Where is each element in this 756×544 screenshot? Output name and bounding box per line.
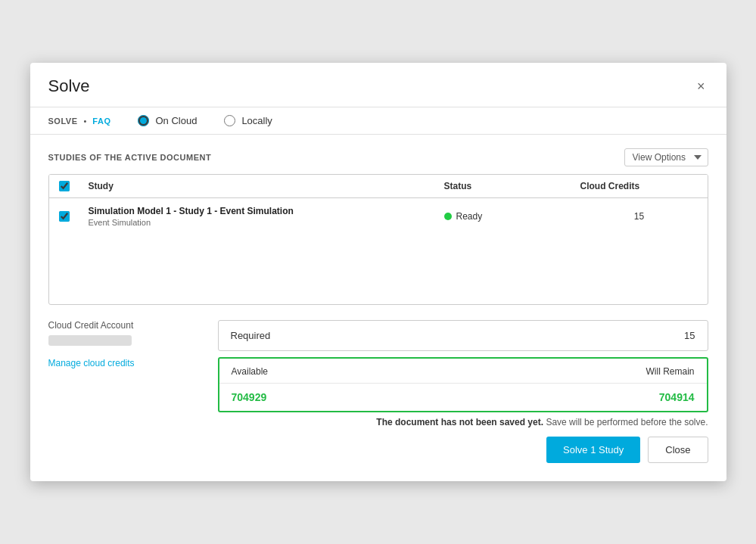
radio-on-cloud[interactable]: On Cloud bbox=[138, 115, 197, 126]
status-indicator bbox=[444, 213, 452, 220]
credit-account-label: Cloud Credit Account bbox=[48, 320, 200, 331]
section-title: STUDIES OF THE ACTIVE DOCUMENT bbox=[48, 153, 212, 162]
row-checkbox-cell[interactable] bbox=[49, 211, 79, 222]
cell-credits: 15 bbox=[571, 211, 708, 222]
select-all-checkbox[interactable] bbox=[59, 181, 70, 191]
cell-study: Simulation Model 1 - Study 1 - Event Sim… bbox=[79, 206, 435, 227]
radio-group: On Cloud Locally bbox=[138, 115, 272, 126]
study-name: Simulation Model 1 - Study 1 - Event Sim… bbox=[89, 206, 426, 216]
radio-local-label: Locally bbox=[241, 115, 272, 126]
view-options-select[interactable]: View Options bbox=[624, 148, 708, 166]
col-credits-header: Cloud Credits bbox=[571, 181, 708, 191]
save-note: The document has not been saved yet. Sav… bbox=[218, 417, 708, 427]
table-header: Study Status Cloud Credits bbox=[49, 175, 708, 198]
table-body: Simulation Model 1 - Study 1 - Event Sim… bbox=[49, 198, 708, 304]
radio-cloud-input[interactable] bbox=[138, 115, 149, 126]
required-credits-box: Required 15 bbox=[218, 320, 708, 351]
save-note-bold: The document has not been saved yet. bbox=[376, 417, 543, 427]
bottom-section: Cloud Credit Account Manage cloud credit… bbox=[48, 320, 708, 463]
dialog-header: Solve × bbox=[30, 63, 726, 107]
available-values: 704929 704914 bbox=[219, 384, 707, 411]
studies-table: Study Status Cloud Credits Simulation Mo… bbox=[48, 174, 708, 305]
table-row: Simulation Model 1 - Study 1 - Event Sim… bbox=[49, 198, 708, 235]
dialog-body: STUDIES OF THE ACTIVE DOCUMENT View Opti… bbox=[30, 135, 726, 481]
required-credits-row: Required 15 bbox=[219, 321, 708, 350]
action-buttons: Solve 1 Study Close bbox=[218, 437, 708, 463]
col-status-header: Status bbox=[435, 181, 571, 191]
will-remain-value: 704914 bbox=[659, 391, 695, 403]
available-label: Available bbox=[232, 366, 268, 377]
header-checkbox-cell[interactable] bbox=[49, 181, 79, 191]
close-icon[interactable]: × bbox=[694, 76, 708, 96]
solve-button[interactable]: Solve 1 Study bbox=[546, 437, 640, 463]
status-text: Ready bbox=[456, 211, 483, 222]
manage-cloud-credits-link[interactable]: Manage cloud credits bbox=[48, 358, 135, 368]
required-label: Required bbox=[231, 330, 271, 341]
required-value: 15 bbox=[684, 330, 695, 341]
section-header: STUDIES OF THE ACTIVE DOCUMENT View Opti… bbox=[48, 148, 708, 166]
will-remain-label: Will Remain bbox=[646, 366, 694, 377]
radio-cloud-label: On Cloud bbox=[155, 115, 197, 126]
dialog-title: Solve bbox=[48, 76, 90, 96]
solve-dialog: Solve × SOLVE • FAQ On Cloud Locally STU… bbox=[30, 63, 726, 481]
available-box: Available Will Remain 704929 704914 bbox=[218, 357, 708, 412]
save-note-rest: Save will be performed before the solve. bbox=[543, 417, 708, 427]
nav-solve-label: SOLVE bbox=[48, 117, 78, 126]
study-type: Event Simulation bbox=[89, 218, 426, 227]
credit-account-value bbox=[48, 335, 132, 346]
left-section: Cloud Credit Account Manage cloud credit… bbox=[48, 320, 200, 368]
radio-locally[interactable]: Locally bbox=[224, 115, 272, 126]
row-checkbox[interactable] bbox=[59, 211, 70, 222]
dialog-nav: SOLVE • FAQ On Cloud Locally bbox=[30, 107, 726, 135]
close-button[interactable]: Close bbox=[648, 437, 708, 463]
col-study-header: Study bbox=[79, 181, 435, 191]
nav-faq-link[interactable]: FAQ bbox=[92, 117, 110, 126]
available-value: 704929 bbox=[232, 391, 267, 403]
radio-local-input[interactable] bbox=[224, 115, 235, 126]
nav-separator: • bbox=[83, 117, 86, 126]
cell-status: Ready bbox=[435, 211, 571, 222]
right-section: Required 15 Available Will Remain 704929… bbox=[218, 320, 708, 463]
available-header: Available Will Remain bbox=[219, 359, 707, 384]
